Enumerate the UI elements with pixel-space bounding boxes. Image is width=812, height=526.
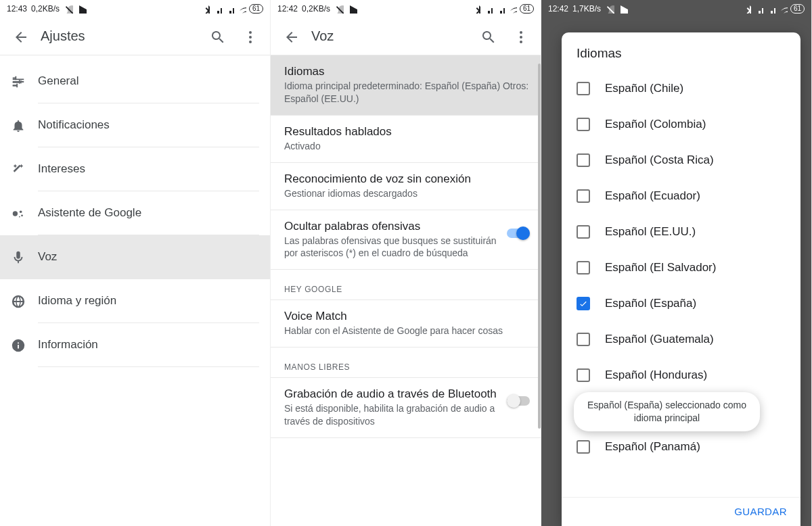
checkbox[interactable] — [577, 297, 590, 310]
checkbox[interactable] — [577, 261, 590, 274]
wifi-icon — [237, 4, 246, 14]
mute-icon — [64, 4, 73, 14]
voice-panel: 12:42 0,2KB/s 61 Voz IdiomasIdioma princ… — [271, 0, 541, 526]
language-item[interactable]: Español (El Salvador) — [562, 249, 798, 285]
checkbox[interactable] — [577, 189, 590, 203]
toggle-switch[interactable] — [507, 394, 530, 408]
back-icon — [13, 29, 28, 44]
assistant-icon — [11, 206, 38, 221]
language-item[interactable]: Español (España) — [562, 285, 798, 321]
mute-icon — [334, 4, 344, 14]
status-time: 12:42 — [277, 4, 298, 14]
checkbox[interactable] — [577, 440, 590, 454]
languages-dialog-panel: 12:42 1,7KB/s 61 Idiomas Español (Chile)… — [541, 0, 812, 526]
mic-icon — [11, 250, 38, 265]
language-name: Español (Colombia) — [605, 118, 706, 131]
settings-item-label: Notificaciones — [38, 103, 259, 147]
search-button[interactable] — [201, 20, 233, 53]
language-item[interactable]: Español (Panamá) — [562, 429, 798, 464]
sliders-icon — [11, 74, 38, 89]
back-button[interactable] — [275, 20, 307, 53]
search-icon — [210, 29, 225, 44]
back-icon — [284, 29, 298, 44]
bluetooth-icon — [200, 4, 210, 14]
mute-icon — [605, 4, 614, 14]
setting-title: Voice Match — [284, 310, 530, 323]
language-name: Español (Chile) — [605, 82, 683, 95]
language-item[interactable]: Español (Guatemala) — [562, 321, 798, 357]
back-button[interactable] — [4, 20, 37, 53]
language-list[interactable]: Español (Chile)Español (Colombia)Español… — [562, 70, 800, 497]
settings-item[interactable]: Notificaciones — [0, 103, 270, 147]
language-name: Español (Guatemala) — [605, 333, 714, 346]
language-name: Español (El Salvador) — [605, 261, 716, 274]
bluetooth-icon — [471, 4, 480, 14]
app-bar: Ajustes — [0, 18, 270, 55]
play-icon — [618, 4, 628, 14]
battery-level: 61 — [790, 4, 805, 14]
status-time: 12:42 — [548, 4, 568, 14]
checkbox[interactable] — [577, 333, 590, 346]
wand-icon — [11, 162, 38, 177]
checkbox[interactable] — [577, 368, 590, 382]
settings-list: General Notificaciones Intereses Asisten… — [0, 55, 270, 367]
language-name: Español (EE.UU.) — [605, 225, 696, 239]
checkbox[interactable] — [577, 82, 590, 95]
language-item[interactable]: Español (EE.UU.) — [562, 214, 798, 249]
toast: Español (España) seleccionado como idiom… — [574, 392, 760, 431]
scrollbar[interactable] — [538, 64, 541, 429]
status-net: 1,7KB/s — [572, 4, 601, 14]
settings-item[interactable]: Voz — [0, 235, 270, 279]
setting-title: Resultados hablados — [284, 125, 530, 139]
info-icon — [11, 338, 38, 353]
save-button[interactable]: GUARDAR — [734, 506, 787, 517]
status-bar: 12:42 0,2KB/s 61 — [271, 0, 541, 18]
language-item[interactable]: Español (Honduras) — [562, 357, 798, 393]
language-name: Español (Panamá) — [605, 440, 700, 454]
settings-item-label: Voz — [38, 235, 259, 279]
language-item[interactable]: Español (Chile) — [562, 70, 798, 106]
setting-subtitle: Si está disponible, habilita la grabació… — [284, 402, 499, 428]
settings-item[interactable]: General — [0, 59, 270, 103]
status-bar: 12:42 1,7KB/s 61 — [541, 0, 811, 18]
signal-icon — [212, 4, 222, 14]
settings-item-label: Intereses — [38, 147, 259, 191]
language-item[interactable]: Español (Costa Rica) — [562, 142, 798, 178]
voice-setting-item[interactable]: Ocultar palabras ofensivasLas palabras o… — [271, 210, 541, 270]
settings-item[interactable]: Asistente de Google — [0, 191, 270, 235]
status-bar: 12:43 0,2KB/s 61 — [0, 0, 270, 18]
signal-icon — [754, 4, 763, 14]
voice-setting-item[interactable]: Resultados habladosActivado — [271, 116, 541, 163]
checkbox[interactable] — [577, 225, 590, 239]
app-bar: Voz — [271, 18, 541, 55]
setting-title: Idiomas — [284, 65, 530, 78]
settings-item-label: Asistente de Google — [38, 191, 259, 235]
play-icon — [348, 4, 357, 14]
voice-setting-item[interactable]: Grabación de audio a través de Bluetooth… — [271, 378, 541, 438]
settings-item[interactable]: Intereses — [0, 147, 270, 191]
bell-icon — [11, 118, 38, 133]
toggle-switch[interactable] — [507, 226, 530, 240]
search-icon — [480, 29, 495, 44]
settings-item[interactable]: Información — [0, 323, 270, 367]
status-net: 0,2KB/s — [302, 4, 330, 14]
search-button[interactable] — [472, 20, 504, 53]
signal-icon — [483, 4, 493, 14]
setting-title: Ocultar palabras ofensivas — [284, 220, 499, 233]
setting-subtitle: Hablar con el Asistente de Google para h… — [284, 325, 530, 337]
checkbox[interactable] — [577, 153, 590, 167]
voice-settings-list: IdiomasIdioma principal predeterminado: … — [271, 55, 541, 438]
language-item[interactable]: Español (Ecuador) — [562, 178, 798, 214]
dialog-title: Idiomas — [562, 32, 800, 70]
globe-icon — [11, 294, 38, 309]
language-name: Español (Ecuador) — [605, 189, 700, 203]
voice-setting-item[interactable]: Voice MatchHablar con el Asistente de Go… — [271, 300, 541, 348]
voice-setting-item[interactable]: Reconocimiento de voz sin conexiónGestio… — [271, 163, 541, 210]
more-button[interactable] — [233, 20, 266, 53]
more-button[interactable] — [504, 20, 537, 53]
voice-setting-item[interactable]: IdiomasIdioma principal predeterminado: … — [271, 55, 541, 116]
page-title: Ajustes — [41, 28, 201, 44]
checkbox[interactable] — [577, 118, 590, 131]
settings-item[interactable]: Idioma y región — [0, 279, 270, 323]
language-item[interactable]: Español (Colombia) — [562, 106, 798, 142]
